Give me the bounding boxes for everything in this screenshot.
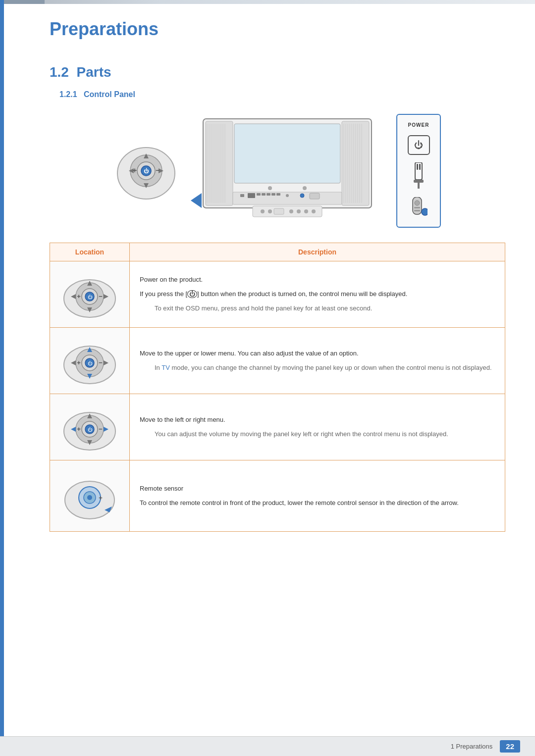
desc-cell-updown: Move to the upper or lower menu. You can… [130, 328, 505, 394]
svg-rect-38 [240, 194, 244, 197]
location-cell-leftright: ⏻ + − [50, 394, 130, 460]
svg-point-52 [289, 209, 293, 213]
table-row: + Remote sensor To control the remote co… [50, 460, 505, 532]
svg-point-55 [312, 209, 316, 213]
footer-bar: 1 Preparations 22 [0, 736, 535, 756]
joystick-leftright-svg: ⏻ + − [60, 402, 119, 451]
svg-rect-64 [414, 210, 420, 211]
svg-rect-60 [418, 183, 420, 189]
table-row: ⏻ + − Move to the left or right menu. Yo… [50, 394, 505, 460]
parts-table: Location Description ⏻ [50, 243, 505, 532]
svg-point-62 [415, 201, 420, 205]
col-location: Location [50, 243, 130, 261]
section-title: 1.2 Parts [50, 64, 505, 80]
svg-point-49 [261, 209, 265, 213]
svg-point-36 [303, 186, 307, 190]
svg-text:+: + [99, 494, 103, 502]
svg-point-50 [268, 209, 272, 213]
page-title: Preparations [50, 19, 505, 40]
location-cell-remote: + [50, 460, 130, 532]
table-row: ⏻ + − Move to the upper or lower menu. Y… [50, 328, 505, 394]
power-box: POWER ⏻ [396, 114, 441, 228]
joystick-updown-svg: ⏻ + − [60, 335, 119, 385]
svg-text:+: + [133, 166, 137, 174]
svg-text:⏻: ⏻ [88, 427, 93, 432]
top-bar [0, 0, 535, 4]
footer-text: 1 Preparations [451, 743, 493, 750]
desc-cell-remote: Remote sensor To control the remote cont… [130, 460, 505, 532]
svg-rect-51 [274, 208, 284, 214]
power-label: POWER [408, 122, 429, 128]
svg-text:−: − [99, 425, 103, 433]
svg-text:⏻: ⏻ [88, 361, 93, 366]
svg-text:+: + [77, 293, 81, 300]
svg-rect-44 [276, 193, 280, 196]
svg-point-46 [300, 194, 304, 198]
svg-text:+: + [77, 359, 81, 366]
svg-rect-41 [262, 193, 266, 196]
svg-rect-42 [267, 193, 270, 196]
svg-text:−: − [99, 359, 103, 366]
plug-icon [411, 162, 426, 190]
subsection-title: 1.2.1 Control Panel [59, 90, 505, 99]
diagram-area: ⏻ + − [50, 114, 505, 228]
svg-point-54 [304, 209, 308, 213]
footer-page: 22 [500, 740, 520, 753]
svg-text:+: + [77, 425, 81, 433]
monitor-diagram [183, 114, 391, 228]
remote-sensor-svg: + [60, 468, 119, 522]
svg-point-102 [87, 495, 92, 500]
left-accent [0, 0, 4, 756]
svg-point-35 [268, 186, 272, 190]
svg-point-53 [297, 209, 301, 213]
joystick-power-svg: ⏻ + − [60, 269, 119, 318]
svg-point-65 [422, 208, 428, 215]
svg-rect-39 [248, 193, 255, 198]
power-button-icon: ⏻ [408, 135, 430, 155]
svg-rect-56 [415, 162, 422, 180]
svg-rect-34 [234, 124, 340, 183]
svg-text:⏻: ⏻ [144, 168, 149, 174]
svg-rect-43 [271, 193, 275, 196]
location-cell-updown: ⏻ + − [50, 328, 130, 394]
col-description: Description [130, 243, 505, 261]
svg-text:−: − [99, 293, 103, 300]
control-circle-diagram: ⏻ + − [114, 139, 178, 203]
svg-rect-58 [419, 164, 421, 170]
svg-rect-40 [257, 193, 261, 196]
table-row: ⏻ + − Power on the product. If you press… [50, 261, 505, 328]
svg-rect-57 [417, 164, 418, 170]
desc-cell-power: Power on the product. If you press the [… [130, 261, 505, 328]
location-cell-power: ⏻ + − [50, 261, 130, 328]
svg-point-45 [286, 194, 289, 197]
svg-rect-47 [310, 193, 320, 199]
svg-text:⏻: ⏻ [88, 295, 93, 300]
svg-text:−: − [156, 166, 160, 174]
remote-icon [410, 197, 428, 219]
svg-rect-63 [414, 207, 420, 208]
desc-cell-leftright: Move to the left or right menu. You can … [130, 394, 505, 460]
svg-rect-59 [414, 180, 424, 183]
